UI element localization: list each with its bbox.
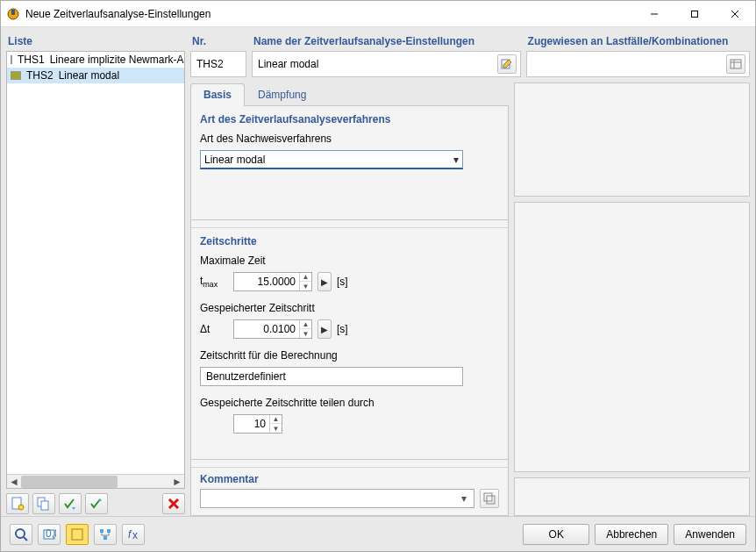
chevron-down-icon: ▾	[453, 154, 459, 166]
method-select[interactable]: Linear modal ▾	[200, 150, 463, 169]
window-maximize-button[interactable]	[674, 1, 715, 27]
assigned-value[interactable]	[531, 62, 723, 66]
tabstrip: Basis Dämpfung	[190, 82, 509, 105]
method-select-value: Linear modal	[204, 154, 265, 166]
comment-heading: Kommentar	[200, 473, 499, 485]
new-button[interactable]	[6, 493, 29, 514]
scroll-thumb[interactable]	[21, 476, 118, 488]
chevron-down-icon: ▾	[456, 492, 472, 505]
function-button[interactable]: fx	[122, 524, 145, 545]
svg-rect-1	[11, 10, 15, 15]
horizontal-scrollbar[interactable]: ◄ ►	[7, 474, 184, 488]
list-item-code: THS2	[26, 69, 53, 82]
list-heading: Liste	[6, 32, 185, 51]
name-label: Name der Zeitverlaufsanalyse-Einstellung…	[252, 32, 521, 51]
list-item-desc: Linear modal	[59, 69, 119, 82]
svg-point-18	[16, 529, 25, 538]
tmax-spinner[interactable]: ▲▼	[299, 273, 311, 290]
svg-rect-22	[72, 529, 82, 540]
window-title: Neue Zeitverlaufsanalyse-Einstellungen	[25, 8, 210, 20]
list-item[interactable]: THS1 Lineare implizite Newmark-A	[7, 52, 184, 68]
app-icon	[6, 7, 20, 21]
svg-rect-3	[692, 11, 698, 17]
preview-panel-2	[514, 202, 750, 472]
list-toolbar	[6, 489, 185, 516]
check-in-button[interactable]	[59, 493, 82, 514]
tmax-pick-button[interactable]: ▶	[317, 272, 332, 291]
list-item-desc: Lineare implizite Newmark-A	[50, 54, 184, 66]
svg-rect-24	[107, 529, 111, 533]
window-close-button[interactable]	[715, 1, 755, 27]
dt-pick-button[interactable]: ▶	[317, 319, 332, 339]
color-swatch	[11, 55, 12, 64]
scroll-left-button[interactable]: ◄	[7, 475, 21, 489]
tmax-input[interactable]: 15.0000 ▲▼	[233, 272, 312, 291]
dt-value: 0.0100	[234, 323, 299, 335]
method-heading: Art des Zeitverlaufsanalyseverfahrens	[200, 113, 499, 125]
calc-step-select[interactable]: Benutzerdefiniert	[200, 367, 463, 386]
dialog-footer: 0,00 fx OK Abbrechen Anwenden	[1, 516, 755, 551]
check-out-button[interactable]	[85, 493, 108, 514]
comment-library-button[interactable]	[480, 489, 499, 508]
svg-rect-23	[100, 529, 103, 533]
color-button[interactable]	[66, 524, 89, 545]
tmax-value: 15.0000	[234, 276, 299, 288]
list-item-code: THS1	[18, 54, 45, 66]
preview-panel-1	[514, 82, 750, 197]
color-swatch	[11, 71, 21, 80]
comment-combo[interactable]: ▾	[200, 489, 474, 508]
apply-button[interactable]: Anwenden	[674, 524, 746, 545]
svg-rect-16	[484, 493, 492, 501]
svg-text:0,00: 0,00	[46, 527, 56, 540]
method-label: Art des Nachweisverfahrens	[200, 133, 499, 145]
svg-rect-25	[103, 536, 107, 540]
divide-spinner[interactable]: ▲▼	[269, 415, 282, 433]
dt-symbol: Δt	[200, 323, 228, 335]
nr-label: Nr.	[190, 32, 246, 51]
svg-point-7	[18, 505, 24, 510]
dt-spinner[interactable]: ▲▼	[299, 320, 311, 338]
svg-line-19	[24, 537, 27, 541]
preview-panel-3	[514, 477, 750, 516]
calc-step-value: Benutzerdefiniert	[206, 370, 286, 383]
units-button[interactable]: 0,00	[38, 524, 61, 545]
tree-button[interactable]	[94, 524, 117, 545]
svg-text:x: x	[132, 529, 138, 541]
svg-rect-9	[41, 501, 48, 510]
assigned-label: Zugewiesen an Lastfälle/Kombinationen	[526, 32, 750, 51]
steps-heading: Zeitschritte	[200, 235, 499, 247]
scroll-track[interactable]	[21, 475, 170, 489]
assigned-browse-button[interactable]	[726, 54, 745, 74]
dt-unit: [s]	[337, 323, 348, 335]
list-item[interactable]: THS2 Linear modal	[7, 68, 184, 83]
ok-button[interactable]: OK	[523, 524, 589, 545]
tab-damping[interactable]: Dämpfung	[245, 83, 319, 106]
divide-value: 10	[234, 418, 269, 430]
name-input[interactable]: Linear modal	[256, 56, 494, 72]
divide-input[interactable]: 10 ▲▼	[233, 414, 282, 434]
divide-label: Gespeicherte Zeitschritte teilen durch	[200, 397, 499, 409]
help-button[interactable]	[10, 524, 32, 545]
titlebar: Neue Zeitverlaufsanalyse-Einstellungen	[1, 1, 755, 27]
edit-name-button[interactable]	[497, 54, 517, 74]
window-minimize-button[interactable]	[634, 1, 674, 27]
cancel-button[interactable]: Abbrechen	[595, 524, 668, 545]
dt-input[interactable]: 0.0100 ▲▼	[233, 319, 312, 339]
copy-button[interactable]	[32, 493, 55, 514]
calc-step-label: Zeitschritt für die Berechnung	[200, 349, 499, 362]
scroll-right-button[interactable]: ►	[170, 475, 184, 489]
nr-value[interactable]: THS2	[195, 56, 242, 72]
svg-rect-13	[731, 60, 741, 68]
svg-rect-17	[487, 496, 495, 504]
delete-button[interactable]	[162, 493, 185, 514]
tmax-label: Maximale Zeit	[200, 254, 499, 267]
settings-list[interactable]: THS1 Lineare implizite Newmark-A THS2 Li…	[6, 51, 185, 489]
dt-label: Gespeicherter Zeitschritt	[200, 302, 499, 314]
tab-basis[interactable]: Basis	[190, 83, 245, 106]
tmax-unit: [s]	[337, 276, 348, 288]
tmax-symbol: tmax	[200, 275, 228, 289]
